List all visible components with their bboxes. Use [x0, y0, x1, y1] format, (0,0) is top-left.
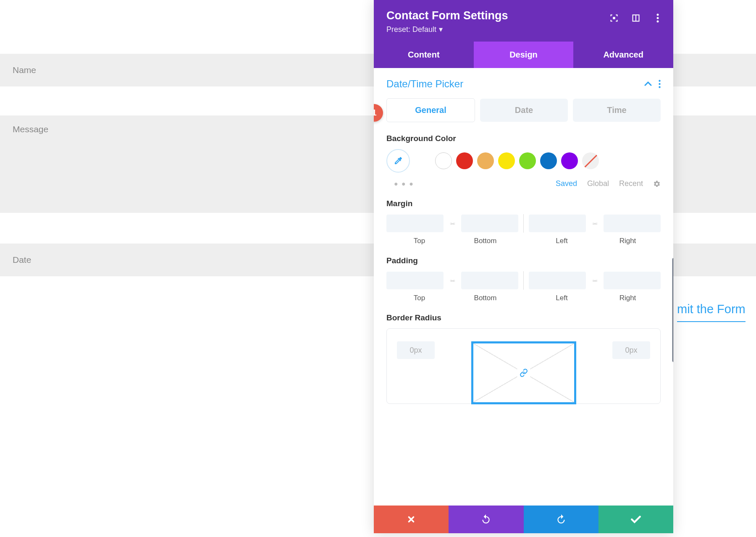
radius-box	[471, 341, 576, 404]
margin-top-input[interactable]	[386, 215, 444, 232]
svg-point-8	[659, 86, 660, 88]
panel-tabs: Content Design Advanced	[374, 42, 673, 68]
radius-tr-input[interactable]	[612, 341, 650, 359]
background-color-group: Background Color ● ● ● Saved Glo	[374, 131, 673, 196]
swatch-white[interactable]	[435, 152, 452, 169]
padding-label: Padding	[386, 256, 661, 265]
margin-group: Margin ⫘ ⫘ Top Bottom Left Ri	[374, 196, 673, 253]
swatch-red[interactable]	[456, 152, 473, 169]
swatch-purple[interactable]	[561, 152, 578, 169]
more-icon[interactable]	[653, 13, 662, 23]
label-top: Top	[386, 237, 452, 245]
filter-recent[interactable]: Recent	[619, 179, 643, 188]
svg-point-7	[659, 83, 660, 85]
link-icon[interactable]: ⫘	[589, 277, 600, 284]
gear-icon[interactable]	[653, 180, 661, 188]
link-icon[interactable]: ⫘	[447, 277, 458, 284]
padding-top-input[interactable]	[386, 272, 444, 289]
cancel-button[interactable]	[374, 506, 449, 533]
collapse-icon[interactable]	[644, 81, 652, 86]
label-left: Left	[529, 294, 595, 302]
subtab-general[interactable]: General	[386, 98, 475, 122]
margin-label: Margin	[386, 199, 661, 208]
caret-down-icon: ▾	[439, 25, 443, 34]
filter-global[interactable]: Global	[587, 179, 609, 188]
undo-button[interactable]	[449, 506, 523, 533]
radius-preview	[386, 328, 661, 404]
subtabs: 1 General Date Time	[374, 98, 673, 131]
margin-right-input[interactable]	[604, 215, 661, 232]
more-colors-icon[interactable]: ● ● ●	[394, 180, 414, 188]
swatch-black[interactable]	[414, 152, 431, 169]
swatch-orange[interactable]	[477, 152, 494, 169]
swatch-yellow[interactable]	[498, 152, 515, 169]
margin-bottom-input[interactable]	[461, 215, 518, 232]
border-radius-group: Border Radius	[374, 310, 673, 411]
filter-saved[interactable]: Saved	[556, 179, 577, 188]
scrollbar[interactable]	[672, 258, 673, 362]
save-button[interactable]	[598, 506, 673, 533]
swatch-blue[interactable]	[540, 152, 557, 169]
label-left: Left	[529, 237, 595, 245]
radius-tl-input[interactable]	[397, 341, 435, 359]
swatch-none[interactable]	[582, 152, 599, 169]
link-icon[interactable]: ⫘	[589, 220, 600, 227]
label-right: Right	[595, 294, 661, 302]
settings-panel: Contact Form Settings Preset: Default ▾ …	[374, 0, 673, 533]
svg-point-6	[659, 80, 660, 81]
section-more-icon[interactable]	[659, 80, 661, 88]
radius-label: Border Radius	[386, 313, 661, 322]
link-icon[interactable]: ⫘	[447, 220, 458, 227]
tab-advanced[interactable]: Advanced	[573, 42, 673, 68]
tab-content[interactable]: Content	[374, 42, 474, 68]
padding-left-input[interactable]	[529, 272, 586, 289]
svg-point-4	[657, 17, 659, 19]
panel-header: Contact Form Settings Preset: Default ▾	[374, 0, 673, 42]
label-top: Top	[386, 294, 452, 302]
focus-icon[interactable]	[609, 13, 619, 23]
swatch-green[interactable]	[519, 152, 536, 169]
padding-bottom-input[interactable]	[461, 272, 518, 289]
subtab-date[interactable]: Date	[480, 99, 568, 122]
label-bottom: Bottom	[452, 237, 518, 245]
svg-point-3	[657, 14, 659, 16]
submit-button[interactable]: mit the Form	[677, 302, 746, 322]
margin-left-input[interactable]	[529, 215, 586, 232]
subtab-time[interactable]: Time	[573, 99, 661, 122]
padding-right-input[interactable]	[604, 272, 661, 289]
padding-group: Padding ⫘ ⫘ Top Bottom Left R	[374, 253, 673, 310]
redo-button[interactable]	[524, 506, 598, 533]
bg-color-label: Background Color	[386, 134, 661, 143]
tab-design[interactable]: Design	[474, 42, 574, 68]
label-right: Right	[595, 237, 661, 245]
divider	[523, 271, 524, 290]
eyedropper-button[interactable]	[386, 149, 410, 173]
svg-point-5	[657, 21, 659, 23]
label-bottom: Bottom	[452, 294, 518, 302]
svg-rect-0	[613, 17, 614, 18]
layout-icon[interactable]	[631, 13, 640, 23]
panel-body: Date/Time Picker 1 General Date Time Bac…	[374, 68, 673, 506]
panel-footer	[374, 506, 673, 533]
preset-label: Preset: Default	[386, 25, 436, 34]
preset-selector[interactable]: Preset: Default ▾	[386, 25, 661, 34]
divider	[523, 214, 524, 233]
step-marker: 1	[374, 104, 383, 121]
section-title: Date/Time Picker	[386, 78, 463, 90]
link-icon[interactable]	[516, 365, 531, 380]
section-header: Date/Time Picker	[374, 68, 673, 98]
